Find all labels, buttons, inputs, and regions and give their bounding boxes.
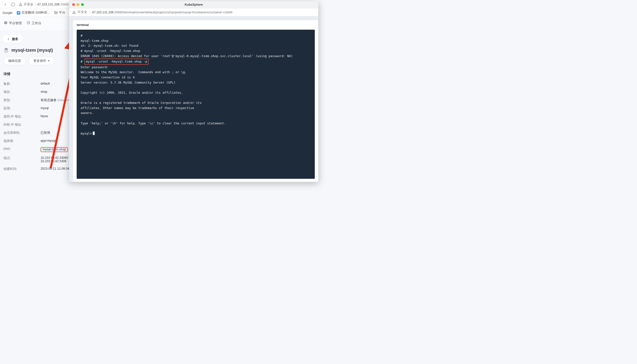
dns-value-highlight: mysql-tzem.shop xyxy=(40,147,68,152)
edit-info-button[interactable]: 编辑信息 xyxy=(4,57,26,65)
terminal-window: KubeSphere 不安全 | 47.103.131.208:30880/te… xyxy=(69,1,318,182)
insecure-label: 不安全 xyxy=(24,2,34,7)
nav-forward-icon[interactable] xyxy=(3,2,8,7)
workbench-link[interactable]: 工作台 xyxy=(27,21,41,26)
terminal-output[interactable]: # mysql-tzem.shop sh: 2: mysql-tzem.sh: … xyxy=(77,30,315,179)
platform-mgmt-link[interactable]: 平台管理 xyxy=(4,21,22,26)
terminal-titlebar[interactable]: KubeSphere xyxy=(69,1,318,8)
bookmark-baidu-translate[interactable]: 译百度翻译-200种语... xyxy=(17,11,50,15)
highlighted-command: mysql -uroot -hmysql-tzem.shop -p xyxy=(84,58,148,65)
gear-icon xyxy=(4,21,8,25)
service-icon xyxy=(4,48,9,53)
caret-down-icon xyxy=(48,60,50,62)
terminal-address-url[interactable]: 47.103.131.208:30880/terminal/cluster/de… xyxy=(92,11,232,14)
more-actions-button[interactable]: 更多操作 xyxy=(29,57,54,65)
svg-point-0 xyxy=(20,5,21,6)
bookmark-google[interactable]: Google xyxy=(2,11,12,14)
insecure-icon xyxy=(19,3,22,6)
insecure-label: 不安全 xyxy=(78,10,87,14)
svg-point-1 xyxy=(5,22,6,23)
svg-point-6 xyxy=(74,13,74,13)
cursor-icon xyxy=(93,132,95,135)
terminal-address-bar: 不安全 | 47.103.131.208:30880/terminal/clus… xyxy=(69,8,318,16)
window-title: KubeSphere xyxy=(69,3,318,6)
terminal-heading: terminal xyxy=(77,23,315,27)
chevron-left-icon xyxy=(7,38,10,40)
insecure-icon xyxy=(72,11,76,14)
dashboard-icon xyxy=(27,21,30,25)
nav-reload-icon[interactable] xyxy=(11,2,15,7)
bookmark-folder-platform[interactable]: 平台 xyxy=(54,11,65,15)
back-to-services-button[interactable]: 服务 xyxy=(2,35,23,43)
